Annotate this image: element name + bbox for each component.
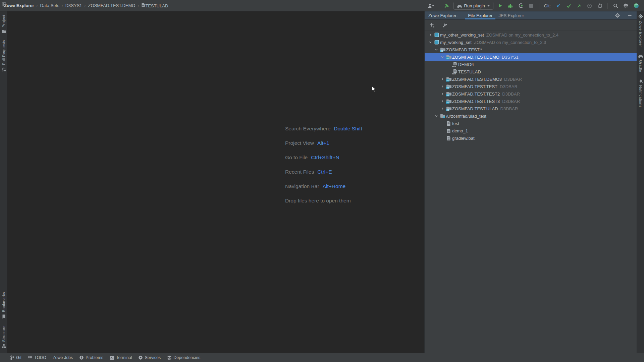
tree-node-detail: ZOSMFAD on my_connection_to_2.3 <box>474 40 546 45</box>
tree-expand-toggle[interactable] <box>439 107 445 111</box>
statusbar-dependencies[interactable]: Dependencies <box>167 355 200 360</box>
stripe-button-pull-requests[interactable]: Pull Requests <box>2 40 6 71</box>
user-account-button[interactable] <box>427 2 435 9</box>
search-everywhere-button[interactable] <box>612 2 619 9</box>
toolwindow-hide-icon[interactable] <box>626 12 633 19</box>
explorer-settings-button[interactable] <box>441 21 448 29</box>
stripe-button-structure[interactable]: Structure <box>2 325 6 348</box>
svg-text:DS: DS <box>446 87 449 89</box>
tree-expand-toggle[interactable] <box>433 114 439 118</box>
toolwindow-settings-icon[interactable] <box>614 12 621 19</box>
zowe-explorer-panel: Zowe Explorer: File ExplorerJES Explorer… <box>424 11 637 353</box>
run-button[interactable] <box>496 2 504 9</box>
statusbar-zowe-jobs[interactable]: Zowe Jobs <box>53 355 73 360</box>
stripe-button-project[interactable]: Project <box>2 15 6 33</box>
tree-node-label: demo_1 <box>452 128 468 133</box>
tree-node-detail: D3DBAR <box>502 92 520 97</box>
tree-node-detail: D3SYS1 <box>502 55 519 60</box>
tree-node-test[interactable]: test <box>425 120 637 127</box>
statusbar-git[interactable]: Git <box>10 355 21 360</box>
run-configuration-select[interactable]: Run plugin <box>453 2 493 10</box>
tree-node-detail: D3DBAR <box>500 84 518 89</box>
status-bar: GitTODOZowe JobsProblemsTerminalServices… <box>0 353 644 362</box>
dataset-icon: DS <box>445 92 452 97</box>
breadcrumb-item[interactable]: TESTULAD <box>141 3 168 8</box>
build-button[interactable] <box>443 2 450 9</box>
uss-file-icon <box>445 121 452 126</box>
tree-node-zosmfad.test.demo[interactable]: DSZOSMFAD.TEST.DEMOD3SYS1 <box>425 53 637 61</box>
breadcrumb-separator: › <box>85 3 86 8</box>
tree-node-zosmfad.test.*[interactable]: DSZOSMFAD.TEST.* <box>425 46 637 53</box>
git-push-button[interactable] <box>575 2 583 9</box>
tree-node-zosmfad.test.test3[interactable]: DSZOSMFAD.TEST.TEST3D3DBAR <box>425 98 637 105</box>
shortcut-hint: Search EverywhereDouble Shift <box>285 126 362 133</box>
tree-node-label: ZOSMFAD.TEST.ULAD <box>452 106 498 111</box>
stripe-button-zowe-explorer[interactable]: Zowe Explorer <box>638 14 643 47</box>
tree-node-zosmfad.test.ulad[interactable]: DSZOSMFAD.TEST.ULADD3DBAR <box>425 105 637 112</box>
statusbar-problems[interactable]: Problems <box>79 355 103 360</box>
code-with-me-button[interactable] <box>633 2 640 9</box>
breadcrumb-item[interactable]: Zowe Explorer <box>4 3 34 8</box>
svg-text:MEM: MEM <box>452 65 456 67</box>
tree-node-gradlew.bat[interactable]: gradlew.bat <box>425 134 637 142</box>
working-set-icon <box>433 40 440 45</box>
tree-node-label: my_working_set <box>440 40 472 45</box>
statusbar-todo[interactable]: TODO <box>28 355 46 360</box>
tree-node-zosmfad.test.demo3[interactable]: DSZOSMFAD.TEST.DEMO3D3DBAR <box>425 75 637 83</box>
stripe-label: Notifications <box>639 85 643 108</box>
toolwindow-switcher-icon[interactable] <box>2 2 6 6</box>
add-working-set-button[interactable] <box>428 21 436 29</box>
explorer-toolbar <box>425 20 637 31</box>
tree-expand-toggle[interactable] <box>439 92 445 96</box>
gradle-icon <box>638 54 643 58</box>
pull-request-icon <box>2 67 6 71</box>
breadcrumb-item[interactable]: D3SYS1 <box>65 3 82 8</box>
tree-node-/u/zosmfad/ulad_test[interactable]: /u/zosmfad/ulad_test <box>425 112 637 120</box>
tree-node-my_other_working_set[interactable]: my_other_working_setZOSMFAD on my_connec… <box>425 31 637 39</box>
stripe-button-gradle[interactable]: Gradle <box>638 54 643 72</box>
tree-node-zosmfad.test.test2[interactable]: DSZOSMFAD.TEST.TEST2D3DBAR <box>425 90 637 98</box>
tree-expand-toggle[interactable] <box>439 84 445 88</box>
editor-shortcut-hints: Search EverywhereDouble ShiftProject Vie… <box>285 126 362 212</box>
stripe-button-notifications[interactable]: Notifications <box>639 79 643 108</box>
dataset-icon: DS <box>445 99 452 104</box>
tree-expand-toggle[interactable] <box>439 99 445 103</box>
tree-expand-toggle[interactable] <box>439 77 445 81</box>
tree-node-demo6[interactable]: MEMDEMO6 <box>425 61 637 68</box>
tab-file-explorer[interactable]: File Explorer <box>465 11 495 19</box>
git-update-button[interactable] <box>554 2 562 9</box>
tree-node-my_working_set[interactable]: my_working_setZOSMFAD on my_connection_t… <box>425 39 637 46</box>
tree-node-label: test <box>452 121 459 126</box>
breadcrumb-item[interactable]: Data Sets <box>40 3 59 8</box>
file-icon <box>141 3 145 7</box>
git-commit-button[interactable] <box>565 2 572 9</box>
debug-button[interactable] <box>507 2 514 9</box>
stripe-button-bookmarks[interactable]: Bookmarks <box>2 292 6 318</box>
bell-icon <box>639 79 643 83</box>
dataset-icon: DS <box>439 47 446 52</box>
tree-expand-toggle[interactable] <box>427 40 433 44</box>
tree-expand-toggle[interactable] <box>439 55 445 59</box>
tab-jes-explorer[interactable]: JES Explorer <box>495 11 527 19</box>
settings-button[interactable] <box>622 2 630 9</box>
breadcrumb-item[interactable]: ZOSMFAD.TEST.DEMO <box>88 3 136 8</box>
statusbar-terminal[interactable]: Terminal <box>110 355 132 360</box>
rollback-button[interactable] <box>596 2 603 9</box>
tree-node-zosmfad.test.test[interactable]: DSZOSMFAD.TEST.TESTD3DBAR <box>425 83 637 90</box>
left-toolwindow-stripe: ProjectPull Requests BookmarksStructure <box>0 11 7 353</box>
breadcrumb-separator: › <box>138 3 139 8</box>
statusbar-services[interactable]: Services <box>138 355 161 360</box>
tree-node-label: ZOSMFAD.TEST.* <box>446 47 482 52</box>
todo-icon <box>28 356 33 360</box>
coverage-button[interactable] <box>517 2 525 9</box>
tree-expand-toggle[interactable] <box>433 48 439 52</box>
tree-node-demo_1[interactable]: demo_1 <box>425 127 637 134</box>
tree-expand-toggle[interactable] <box>427 33 433 37</box>
dataset-icon: DS <box>445 55 452 60</box>
tree-node-testulad[interactable]: MEMTESTULAD <box>425 68 637 75</box>
breadcrumb: Zowe Explorer›Data Sets›D3SYS1›ZOSMFAD.T… <box>0 3 168 8</box>
drop-files-hint: Drop files here to open them <box>285 198 362 205</box>
stripe-label: Project <box>2 15 6 27</box>
uss-directory-icon <box>439 114 446 118</box>
stripe-label: Gradle <box>639 60 643 72</box>
